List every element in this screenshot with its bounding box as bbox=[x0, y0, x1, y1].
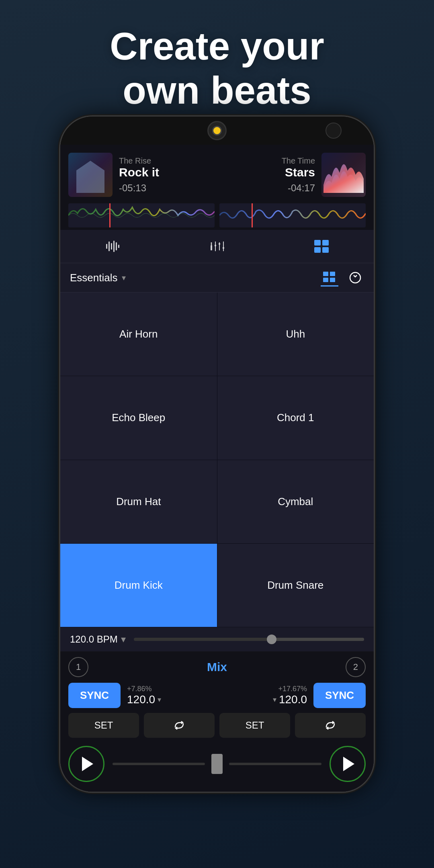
track2-subtitle: The Time bbox=[219, 156, 315, 166]
waveform-left[interactable] bbox=[68, 203, 215, 227]
deck2-loop-btn[interactable] bbox=[295, 713, 366, 738]
pad-drum-hat[interactable]: Drum Hat bbox=[60, 460, 217, 543]
transport-row bbox=[68, 742, 366, 786]
track2-art bbox=[321, 153, 366, 197]
svg-rect-1 bbox=[108, 242, 110, 251]
track2-title: Stars bbox=[219, 166, 315, 179]
sync-row: SYNC +7.86% 120.0 ▾ +17.67% bbox=[68, 683, 366, 708]
bpm-slider-thumb[interactable] bbox=[267, 635, 276, 644]
deck2-tab[interactable]: 2 bbox=[346, 657, 366, 677]
crossfader-line-right bbox=[229, 763, 321, 765]
svg-rect-0 bbox=[106, 244, 107, 249]
camera-lens bbox=[212, 126, 222, 135]
deck1-bpm-pct: +7.86% bbox=[127, 685, 161, 693]
deck1-set-btn[interactable]: SET bbox=[68, 713, 139, 738]
bpm-value-label: 120.0 BPM bbox=[70, 634, 118, 645]
pads-header: Essentials ▾ bbox=[60, 263, 374, 293]
front-camera bbox=[207, 121, 227, 140]
svg-rect-18 bbox=[322, 247, 329, 253]
action-row: SET SET bbox=[68, 713, 366, 738]
svg-rect-17 bbox=[314, 247, 321, 253]
deck2-play-btn[interactable] bbox=[330, 746, 366, 782]
svg-rect-2 bbox=[111, 243, 112, 250]
hero-section: Create your own beats bbox=[0, 0, 434, 129]
svg-point-23 bbox=[350, 272, 360, 283]
svg-rect-10 bbox=[215, 245, 216, 246]
deck2-bpm-value: 120.0 bbox=[279, 693, 307, 706]
mix-tab[interactable]: Mix bbox=[207, 660, 227, 674]
svg-rect-3 bbox=[113, 241, 115, 252]
svg-rect-12 bbox=[219, 243, 220, 245]
pad-drum-snare[interactable]: Drum Snare bbox=[217, 544, 374, 627]
deck1-bpm-value: 120.0 bbox=[127, 693, 155, 706]
pads-loop-btn[interactable] bbox=[346, 269, 364, 287]
pads-grid-view-btn[interactable] bbox=[321, 269, 338, 287]
track1-art bbox=[68, 153, 113, 197]
track1-info: The Rise Rock it -05:13 bbox=[119, 156, 215, 194]
svg-rect-16 bbox=[322, 240, 329, 246]
pads-header-icons bbox=[321, 269, 364, 287]
pads-category-selector[interactable]: Essentials ▾ bbox=[70, 272, 126, 284]
phone-screen: The Rise Rock it -05:13 The Time Stars -… bbox=[60, 145, 374, 792]
toolbar-eq-btn[interactable] bbox=[205, 236, 229, 256]
mix-section: 1 Mix 2 SYNC +7.86% 120.0 ▾ bbox=[60, 651, 374, 792]
waveform-container[interactable] bbox=[60, 201, 374, 230]
svg-rect-14 bbox=[223, 247, 224, 249]
svg-rect-20 bbox=[330, 272, 335, 276]
pad-air-horn[interactable]: Air Horn bbox=[60, 293, 217, 376]
camera-secondary bbox=[326, 123, 342, 139]
deck2-bpm-pct: +17.67% bbox=[273, 685, 307, 693]
svg-rect-15 bbox=[314, 240, 321, 246]
deck1-loop-btn[interactable] bbox=[144, 713, 215, 738]
dj-toolbar bbox=[60, 230, 374, 263]
toolbar-grid-btn[interactable] bbox=[309, 236, 334, 256]
deck2-play-icon bbox=[343, 757, 354, 771]
phone-top-bar bbox=[60, 117, 374, 145]
toolbar-waveform-btn[interactable] bbox=[100, 236, 125, 256]
crossfader-line-left bbox=[113, 763, 205, 765]
track2-time: -04:17 bbox=[219, 182, 315, 194]
mix-tabs: 1 Mix 2 bbox=[68, 657, 366, 677]
pads-section: Essentials ▾ bbox=[60, 263, 374, 651]
deck1-play-btn[interactable] bbox=[68, 746, 104, 782]
svg-rect-22 bbox=[330, 278, 335, 282]
svg-rect-21 bbox=[323, 278, 328, 282]
waveform-right[interactable] bbox=[219, 203, 366, 227]
track1-subtitle: The Rise bbox=[119, 156, 215, 166]
pad-uhh[interactable]: Uhh bbox=[217, 293, 374, 376]
pad-echo-bleep[interactable]: Echo Bleep bbox=[60, 376, 217, 459]
deck1-tab[interactable]: 1 bbox=[68, 657, 88, 677]
bpm-display[interactable]: 120.0 BPM ▾ bbox=[70, 634, 126, 645]
pads-category-label: Essentials bbox=[70, 272, 118, 284]
deck2-bpm-control: +17.67% ▾ 120.0 bbox=[220, 685, 307, 706]
deck1-play-icon bbox=[82, 757, 93, 771]
bpm-slider[interactable] bbox=[134, 638, 364, 641]
deck1-bpm-control: +7.86% 120.0 ▾ bbox=[127, 685, 214, 706]
deck2-set-btn[interactable]: SET bbox=[219, 713, 290, 738]
dj-header: The Rise Rock it -05:13 The Time Stars -… bbox=[60, 145, 374, 201]
deck1-sync-btn[interactable]: SYNC bbox=[68, 683, 121, 708]
deck1-bpm-arrow-icon: ▾ bbox=[158, 695, 161, 704]
track1-time: -05:13 bbox=[119, 182, 215, 194]
hero-title: Create your own beats bbox=[0, 24, 434, 113]
svg-rect-4 bbox=[116, 242, 117, 250]
pads-category-arrow-icon: ▾ bbox=[122, 273, 126, 283]
svg-rect-5 bbox=[118, 245, 119, 248]
pad-cymbal[interactable]: Cymbal bbox=[217, 460, 374, 543]
phone-frame: The Rise Rock it -05:13 The Time Stars -… bbox=[60, 117, 374, 792]
bpm-slider-fill bbox=[272, 638, 364, 641]
svg-rect-19 bbox=[323, 272, 328, 276]
bpm-dropdown-icon: ▾ bbox=[121, 634, 126, 645]
bpm-bar: 120.0 BPM ▾ bbox=[60, 627, 374, 651]
track1-title: Rock it bbox=[119, 166, 215, 179]
pads-grid: Air Horn Uhh Echo Bleep Chord 1 Drum Hat… bbox=[60, 293, 374, 627]
crossfader-thumb[interactable] bbox=[211, 754, 223, 774]
pad-chord1[interactable]: Chord 1 bbox=[217, 376, 374, 459]
track-info-section: The Rise Rock it -05:13 The Time Stars -… bbox=[119, 156, 315, 194]
track2-info: The Time Stars -04:17 bbox=[219, 156, 315, 194]
pad-drum-kick[interactable]: Drum Kick bbox=[60, 544, 217, 627]
deck2-bpm-arrow-icon: ▾ bbox=[273, 695, 276, 704]
crossfader[interactable] bbox=[113, 754, 321, 774]
deck2-sync-btn[interactable]: SYNC bbox=[313, 683, 366, 708]
